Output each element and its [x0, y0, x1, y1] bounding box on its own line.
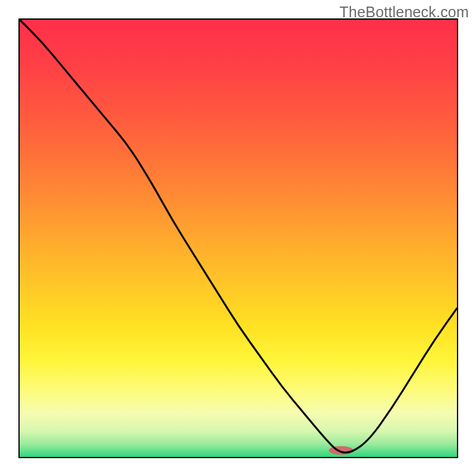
plot-svg: [20, 20, 457, 457]
watermark-text: TheBottleneck.com: [340, 4, 469, 21]
plot-area: [20, 20, 457, 457]
chart-container: TheBottleneck.com: [0, 0, 476, 476]
plot-background: [20, 20, 457, 457]
